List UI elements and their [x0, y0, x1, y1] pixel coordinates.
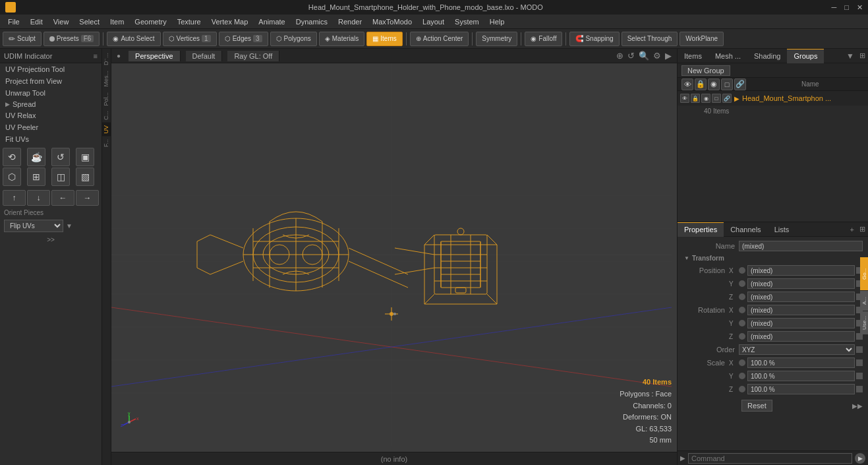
scale-y-dot[interactable]: [739, 373, 745, 379]
expand-btn[interactable]: >>: [47, 236, 55, 243]
groups-lock-btn[interactable]: 🔒: [695, 78, 707, 90]
menu-geometry[interactable]: Geometry: [129, 16, 171, 27]
groups-box-btn[interactable]: □: [721, 78, 733, 90]
scale-x-value[interactable]: 100.0 %: [747, 357, 855, 368]
flip-arrow[interactable]: ▼: [66, 222, 72, 230]
tab-items[interactable]: Items: [678, 49, 709, 63]
props-expand[interactable]: ⊞: [857, 225, 868, 233]
gi-link[interactable]: 🔗: [722, 94, 732, 103]
tab-channels[interactable]: Channels: [724, 222, 767, 237]
auto-select-button[interactable]: ◉ Auto Select: [107, 32, 160, 46]
vert-label-4[interactable]: C...: [102, 108, 111, 123]
snapping-button[interactable]: 🧲 Snapping: [569, 32, 619, 46]
pos-y-dot[interactable]: [739, 280, 745, 287]
viewport-tab-perspective[interactable]: Perspective: [129, 51, 180, 61]
pos-x-value[interactable]: (mixed): [747, 265, 855, 276]
name-input[interactable]: [742, 243, 859, 250]
gi-eye[interactable]: 👁: [680, 94, 689, 103]
tool-btn-5[interactable]: ⬡: [3, 168, 21, 186]
tool-btn-3[interactable]: ↺: [51, 148, 70, 166]
menu-item[interactable]: Item: [105, 16, 129, 27]
uv-peeler[interactable]: UV Peeler: [0, 121, 101, 133]
command-input[interactable]: [688, 453, 852, 464]
project-from-view[interactable]: Project from View: [0, 75, 101, 87]
menu-layout[interactable]: Layout: [417, 16, 449, 27]
symmetry-button[interactable]: Symmetry: [476, 32, 517, 46]
items-button[interactable]: ▦ Items: [366, 32, 402, 46]
falloff-button[interactable]: ◉ Falloff: [525, 32, 562, 46]
uv-relax[interactable]: UV Relax: [0, 109, 101, 121]
window-controls[interactable]: ─ □ ✕: [832, 3, 863, 12]
tool-btn-8[interactable]: ▧: [76, 168, 94, 186]
vert-label-1[interactable]: D⁻...: [102, 50, 111, 68]
new-group-button[interactable]: New Group: [681, 65, 730, 76]
reset-button[interactable]: Reset: [741, 400, 772, 412]
tab-lists[interactable]: Lists: [768, 222, 796, 237]
tool-btn-6[interactable]: ⊞: [27, 168, 45, 186]
left-panel-options[interactable]: ≡: [94, 52, 98, 60]
rot-y-value[interactable]: (mixed): [747, 318, 855, 328]
action-center-button[interactable]: ⊕ Action Center: [410, 32, 469, 46]
uv-projection-tool[interactable]: UV Projection Tool: [0, 63, 101, 75]
right-tab-go[interactable]: Go...: [860, 257, 868, 290]
groups-link-btn[interactable]: 🔗: [734, 78, 746, 90]
sculpt-button[interactable]: ✏ Sculpt: [3, 32, 42, 46]
viewport-btn-target[interactable]: ⊕: [616, 51, 623, 61]
spread-label[interactable]: Spread: [13, 100, 36, 108]
vert-label-3[interactable]: Pol...: [102, 90, 111, 109]
pos-x-dot[interactable]: [739, 267, 745, 274]
maximize-btn[interactable]: □: [844, 3, 849, 12]
tool-btn-7[interactable]: ◫: [51, 168, 70, 186]
menu-texture[interactable]: Texture: [172, 16, 206, 27]
viewport-btn-play[interactable]: ▶: [665, 51, 672, 61]
groups-vis-btn[interactable]: ◉: [708, 78, 720, 90]
vert-label-2[interactable]: Mes...: [102, 68, 111, 90]
reset-expand[interactable]: ▶▶: [852, 402, 863, 410]
right-tab-a[interactable]: A...: [860, 291, 868, 311]
polygons-button[interactable]: ⬡ Polygons: [270, 32, 317, 46]
vert-label-6[interactable]: F...: [102, 137, 111, 150]
tool-btn-4[interactable]: ▣: [76, 148, 94, 166]
pos-z-value[interactable]: (mixed): [747, 292, 855, 302]
rot-y-dot[interactable]: [739, 320, 745, 326]
gi-lock[interactable]: 🔒: [691, 94, 700, 103]
tab-chevron[interactable]: ▼: [844, 51, 857, 61]
gi-box[interactable]: □: [712, 94, 721, 103]
menu-help[interactable]: Help: [484, 16, 510, 27]
order-select[interactable]: XYZ: [739, 344, 855, 355]
unwrap-tool[interactable]: Unwrap Tool: [0, 87, 101, 99]
menu-view[interactable]: View: [48, 16, 74, 27]
rot-x-dot[interactable]: [739, 307, 745, 313]
tool-wide-1[interactable]: ↑: [3, 190, 26, 206]
tab-properties[interactable]: Properties: [678, 222, 724, 237]
tab-shading[interactable]: Shading: [747, 49, 787, 63]
menu-edit[interactable]: Edit: [25, 16, 48, 27]
viewport-btn-settings[interactable]: ⚙: [653, 51, 661, 61]
vert-label-5[interactable]: UV: [102, 123, 111, 137]
close-btn[interactable]: ✕: [857, 3, 863, 12]
tab-expand-icon[interactable]: ⊞: [857, 51, 868, 60]
viewport-btn-rotate[interactable]: ↺: [627, 51, 635, 61]
viewport-btn-search[interactable]: 🔍: [639, 51, 649, 61]
fit-uvs[interactable]: Fit UVs: [0, 133, 101, 145]
scale-x-dot[interactable]: [739, 359, 745, 366]
edges-button[interactable]: ⬡ Edges 3: [219, 32, 268, 46]
scale-z-value[interactable]: 100.0 %: [747, 384, 855, 394]
flip-uvs-select[interactable]: Flip UVs: [4, 220, 63, 232]
gi-vis[interactable]: ◉: [701, 94, 710, 103]
viewport-tab-raygl[interactable]: Ray GL: Off: [227, 51, 279, 61]
order-btn[interactable]: [856, 346, 863, 353]
tool-btn-2[interactable]: ☕: [27, 148, 45, 166]
pos-y-value[interactable]: (mixed): [747, 278, 855, 289]
tool-btn-1[interactable]: ⟲: [3, 148, 21, 166]
tab-groups[interactable]: Groups: [787, 49, 824, 63]
group-item-head-mount[interactable]: 👁 🔒 ◉ □ 🔗 ▶ Head_Mount_Smartphon ...: [678, 91, 868, 106]
pos-z-dot[interactable]: [739, 294, 745, 300]
menu-render[interactable]: Render: [333, 16, 367, 27]
scale-x-btn[interactable]: [856, 359, 863, 366]
minimize-btn[interactable]: ─: [832, 3, 837, 12]
workplane-button[interactable]: WorkPlane: [680, 32, 724, 46]
menu-vertex-map[interactable]: Vertex Map: [206, 16, 254, 27]
menu-animate[interactable]: Animate: [253, 16, 290, 27]
command-run-btn[interactable]: ▶: [855, 453, 865, 464]
